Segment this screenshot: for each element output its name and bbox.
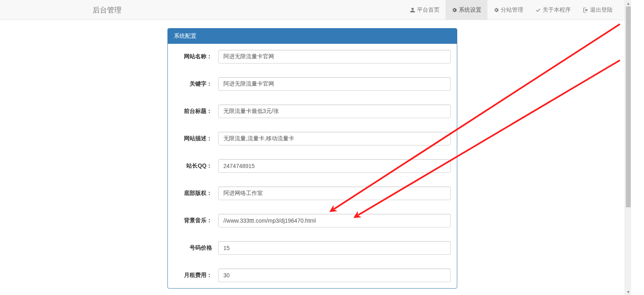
nav-logout-label: 退出登陆 [590, 6, 613, 14]
label-front-title: 前台标题： [174, 108, 218, 115]
check-icon [535, 7, 541, 13]
row-description: 网站描述： [174, 132, 451, 145]
system-config-panel: 系统配置 网站名称： 关键字： 前台标题： 网 [167, 28, 457, 289]
nav-logout[interactable]: 退出登陆 [577, 0, 619, 20]
nav-right: 平台首页 系统设置 分站管理 [404, 0, 619, 20]
label-site-name: 网站名称： [174, 53, 218, 60]
scroll-down-arrow-icon[interactable]: ▼ [625, 289, 632, 295]
row-bg-music: 背景音乐： [174, 214, 451, 227]
brand-title: 后台管理 [87, 5, 128, 15]
input-description[interactable] [218, 132, 451, 145]
label-admin-qq: 站长QQ： [174, 162, 218, 170]
label-footer-copyright: 底部版权： [174, 190, 218, 197]
nav-home[interactable]: 平台首页 [404, 0, 446, 20]
gear-icon [452, 7, 457, 13]
row-front-title: 前台标题： [174, 104, 451, 118]
main-content: 系统配置 网站名称： 关键字： 前台标题： 网 [0, 20, 625, 295]
gear-icon [493, 7, 499, 13]
input-keywords[interactable] [218, 77, 451, 91]
input-monthly-fee[interactable] [218, 268, 451, 282]
nav-home-label: 平台首页 [417, 6, 440, 14]
row-keywords: 关键字： [174, 77, 451, 91]
nav-system-label: 系统设置 [459, 6, 481, 14]
row-number-price: 号码价格 [174, 241, 451, 255]
label-keywords: 关键字： [174, 80, 218, 88]
browser-scrollbar[interactable]: ▲ ▼ [625, 0, 631, 295]
panel-body: 网站名称： 关键字： 前台标题： 网站描述： [168, 44, 457, 288]
scroll-thumb[interactable] [626, 6, 631, 207]
input-front-title[interactable] [218, 104, 451, 118]
input-footer-copyright[interactable] [218, 186, 451, 200]
row-monthly-fee: 月租费用： [174, 268, 451, 282]
input-admin-qq[interactable] [218, 159, 451, 173]
row-site-name: 网站名称： [174, 50, 451, 64]
label-number-price: 号码价格 [174, 244, 218, 252]
input-number-price[interactable] [218, 241, 451, 255]
label-bg-music: 背景音乐： [174, 217, 218, 224]
input-site-name[interactable] [218, 50, 451, 64]
logout-icon [583, 7, 588, 13]
label-monthly-fee: 月租费用： [174, 272, 218, 279]
nav-system-settings[interactable]: 系统设置 [446, 0, 487, 20]
row-admin-qq: 站长QQ： [174, 159, 451, 173]
panel-title: 系统配置 [168, 29, 457, 44]
input-bg-music[interactable] [218, 214, 451, 227]
page-viewport: 后台管理 平台首页 系统设置 [0, 0, 625, 295]
nav-substation-label: 分站管理 [501, 6, 523, 14]
top-navbar: 后台管理 平台首页 系统设置 [0, 0, 625, 20]
nav-about-label: 关于本程序 [543, 6, 571, 14]
row-footer-copyright: 底部版权： [174, 186, 451, 200]
scroll-up-arrow-icon[interactable]: ▲ [625, 0, 632, 6]
nav-substation[interactable]: 分站管理 [487, 0, 529, 20]
label-description: 网站描述： [174, 135, 218, 142]
nav-about[interactable]: 关于本程序 [529, 0, 577, 20]
user-icon [410, 7, 415, 13]
